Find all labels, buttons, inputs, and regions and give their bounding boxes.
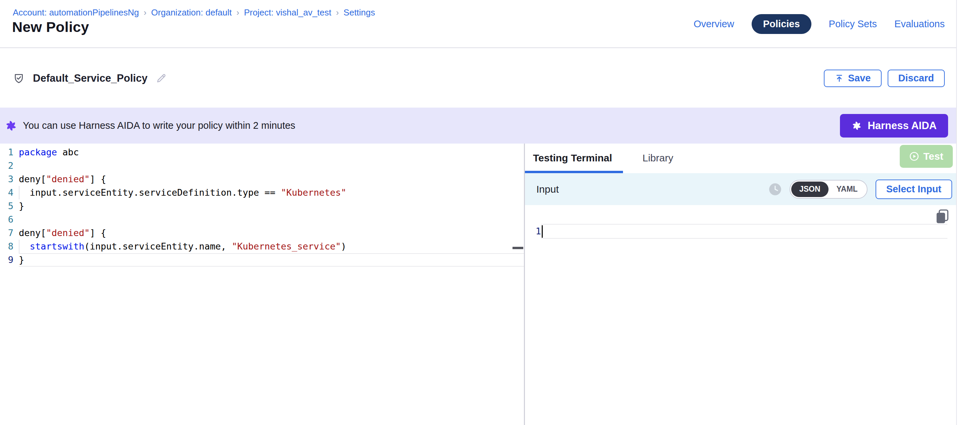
upload-icon — [835, 73, 844, 83]
code-line: 6 — [0, 213, 524, 226]
tab-evaluations[interactable]: Evaluations — [894, 19, 945, 30]
play-circle-icon — [909, 151, 919, 161]
line-number: 4 — [0, 186, 13, 200]
header-tabs: OverviewPoliciesPolicy SetsEvaluations — [694, 14, 945, 34]
code-line: 8 startswith(input.serviceEntity.name, "… — [0, 240, 524, 253]
test-button[interactable]: Test — [900, 145, 953, 168]
edit-pencil-icon[interactable] — [156, 73, 167, 84]
rego-code-lines: 1package abc23deny["denied"] {4 input.se… — [0, 145, 524, 267]
content-right-border — [956, 0, 957, 425]
harness-aida-label: Harness AIDA — [867, 120, 937, 132]
breadcrumb-link[interactable]: Settings — [344, 7, 375, 18]
aida-banner-message: You can use Harness AIDA to write your p… — [23, 120, 295, 131]
input-bar: Input JSON YAML Select Input — [525, 173, 956, 205]
breadcrumb: Account: automationPipelinesNg›Organizat… — [13, 7, 375, 18]
code-line: 7deny["denied"] { — [0, 226, 524, 240]
policy-editor-page: Account: automationPipelinesNg›Organizat… — [0, 0, 980, 425]
breadcrumb-separator-icon: › — [236, 8, 239, 18]
breadcrumb-separator-icon: › — [336, 8, 339, 18]
aida-flower-icon — [5, 119, 18, 132]
line-number: 1 — [530, 225, 541, 238]
breadcrumb-link[interactable]: Project: vishal_av_test — [244, 7, 331, 18]
breadcrumb-separator-icon: › — [144, 8, 146, 18]
code-line: 1package abc — [0, 145, 524, 159]
input-label: Input — [536, 184, 559, 195]
toggle-option-yaml[interactable]: YAML — [829, 182, 866, 197]
aida-flower-icon — [851, 120, 862, 131]
format-toggle: JSON YAML — [789, 180, 867, 199]
line-number: 2 — [0, 159, 13, 173]
line-number: 7 — [0, 226, 13, 240]
breadcrumb-link[interactable]: Organization: default — [151, 7, 232, 18]
toggle-option-json[interactable]: JSON — [791, 182, 829, 197]
code-line: 3deny["denied"] { — [0, 173, 524, 186]
code-text: deny["denied"] { — [19, 173, 524, 186]
code-text: startswith(input.serviceEntity.name, "Ku… — [19, 240, 524, 253]
code-line: 5} — [0, 200, 524, 213]
line-number: 1 — [0, 145, 13, 159]
copy-icon[interactable] — [935, 208, 950, 224]
save-button[interactable]: Save — [824, 70, 881, 87]
input-controls: JSON YAML Select Input — [769, 179, 952, 199]
select-input-button[interactable]: Select Input — [875, 179, 952, 199]
save-label: Save — [848, 73, 871, 84]
harness-aida-button[interactable]: Harness AIDA — [840, 114, 948, 137]
code-text: input.serviceEntity.serviceDefinition.ty… — [19, 186, 524, 200]
code-text: } — [19, 200, 524, 213]
policy-name-group: Default_Service_Policy — [13, 49, 167, 108]
text-cursor — [542, 225, 543, 238]
tab-policies[interactable]: Policies — [752, 14, 811, 34]
testing-terminal-panel: Testing Terminal Library Test Input — [525, 144, 956, 425]
code-text — [19, 159, 524, 173]
history-icon[interactable] — [769, 183, 781, 196]
tab-library[interactable]: Library — [643, 152, 673, 164]
test-label: Test — [923, 151, 943, 162]
tab-policy-sets[interactable]: Policy Sets — [829, 19, 877, 30]
code-text — [19, 213, 524, 226]
code-text: package abc — [19, 145, 524, 159]
overview-ruler-cursor-mark — [512, 247, 523, 249]
code-text: deny["denied"] { — [19, 226, 524, 240]
tab-overview[interactable]: Overview — [694, 19, 734, 30]
code-line: 2 — [0, 159, 524, 173]
toolbar-actions: Save Discard — [824, 49, 945, 108]
line-number: 5 — [0, 200, 13, 213]
aida-banner: You can use Harness AIDA to write your p… — [0, 108, 956, 144]
breadcrumb-link[interactable]: Account: automationPipelinesNg — [13, 7, 139, 18]
shield-check-icon — [13, 72, 25, 85]
code-line: 9} — [0, 253, 524, 267]
current-line-highlight — [541, 224, 947, 239]
discard-label: Discard — [898, 73, 934, 84]
line-number: 8 — [0, 240, 13, 253]
line-number: 9 — [0, 253, 13, 267]
rego-code-editor[interactable]: 1package abc23deny["denied"] {4 input.se… — [0, 144, 524, 425]
code-text: } — [19, 253, 524, 267]
main-split: 1package abc23deny["denied"] {4 input.se… — [0, 144, 956, 425]
line-number: 6 — [0, 213, 13, 226]
select-input-label: Select Input — [886, 184, 941, 195]
input-json-editor[interactable]: 1 — [525, 205, 956, 425]
page-title: New Policy — [12, 19, 89, 35]
line-number: 3 — [0, 173, 13, 186]
tab-testing-terminal[interactable]: Testing Terminal — [533, 152, 612, 164]
aida-banner-message-group: You can use Harness AIDA to write your p… — [5, 108, 295, 144]
active-tab-underline — [525, 171, 623, 173]
discard-button[interactable]: Discard — [888, 70, 945, 87]
policy-toolbar: Default_Service_Policy Save Discard — [0, 49, 956, 108]
code-line: 4 input.serviceEntity.serviceDefinition.… — [0, 186, 524, 200]
policy-name: Default_Service_Policy — [33, 72, 148, 85]
page-header: Account: automationPipelinesNg›Organizat… — [0, 0, 956, 48]
